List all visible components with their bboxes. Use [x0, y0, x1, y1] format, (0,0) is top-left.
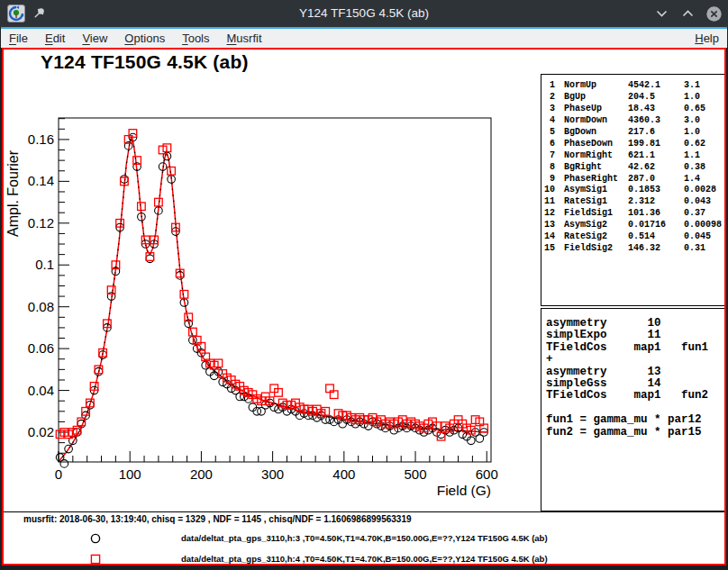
- legend-entry: data/deltat_pta_gps_3110,h:4 ,T0=4.50K,T…: [4, 553, 724, 565]
- menu-items-left: FileEditViewOptionsToolsMusrfit: [9, 32, 262, 45]
- legend-pad-divider: [4, 511, 724, 512]
- param-row: 13AsymSig20.017160.00098: [541, 220, 724, 231]
- close-icon: [705, 5, 723, 23]
- chevron-up-icon: [682, 10, 694, 17]
- fit-curve-overlay: [59, 138, 487, 462]
- svg-text:300: 300: [261, 466, 284, 482]
- theory-line: simplExpo 11: [546, 330, 724, 341]
- x-axis-title: Field (G): [437, 483, 491, 498]
- root-canvas[interactable]: Y124 TF150G 4.5K (ab) 010020030040050060…: [2, 48, 726, 565]
- chevron-down-icon: [656, 10, 668, 17]
- close-button[interactable]: [705, 5, 723, 23]
- svg-text:200: 200: [190, 466, 213, 482]
- legend-label: data/deltat_pta_gps_3110,h:4 ,T0=4.50K,T…: [181, 554, 548, 564]
- param-row: 11RateSig12.3120.043: [541, 196, 724, 208]
- theory-line: [546, 403, 724, 414]
- legend-label: data/deltat_pta_gps_3110,h:3 ,T0=4.50K,T…: [181, 533, 548, 543]
- application-window: Y124 TF150G 4.5K (ab) FileEditViewOp: [0, 0, 728, 570]
- series-square-markers: [56, 130, 487, 440]
- param-row: 14RateSig20.5140.045: [541, 231, 724, 243]
- svg-text:0.08: 0.08: [28, 299, 54, 314]
- theory-line: fun2 = gamma_mu * par15: [546, 427, 724, 439]
- fit-info-line: musrfit: 2018-06-30, 13:19:40, chisq = 1…: [23, 514, 412, 524]
- param-row: 2BgUp204.51.0: [541, 92, 724, 104]
- svg-text:0.16: 0.16: [28, 131, 54, 147]
- svg-text:100: 100: [119, 466, 141, 482]
- param-row: 5BgDown217.61.0: [541, 127, 724, 139]
- theory-line: asymmetry 13: [546, 366, 724, 378]
- menu-item-options[interactable]: Options: [124, 32, 165, 45]
- svg-text:0.14: 0.14: [28, 173, 54, 188]
- param-row: 3PhaseUp18.430.65: [541, 104, 724, 115]
- param-row: 6PhaseDown199.810.62: [541, 139, 724, 150]
- menu-item-view[interactable]: View: [82, 32, 107, 45]
- svg-text:0.12: 0.12: [28, 215, 54, 231]
- menu-item-edit[interactable]: Edit: [45, 32, 65, 45]
- param-row: 15FieldSig2146.320.31: [541, 243, 724, 255]
- theory-line: TFieldCos map1 fun2: [546, 390, 724, 402]
- param-row: 4NormDown4360.33.0: [541, 115, 724, 127]
- menu-item-file[interactable]: File: [9, 32, 28, 45]
- theory-line: TFieldCos map1 fun1: [546, 342, 724, 354]
- minimize-button[interactable]: [652, 5, 670, 23]
- param-row: 12FieldSig1101.360.37: [541, 208, 724, 220]
- param-row: 9PhaseRight287.01.4: [541, 174, 724, 185]
- app-icon: [7, 5, 25, 23]
- theory-function-box: asymmetry 10simplExpo 11TFieldCos map1 f…: [541, 308, 725, 511]
- param-row: 10AsymSig10.18530.0028: [541, 185, 724, 196]
- svg-text:0.06: 0.06: [28, 340, 54, 356]
- pin-icon[interactable]: [32, 6, 47, 21]
- theory-line: +: [546, 354, 724, 366]
- svg-text:0.1: 0.1: [35, 257, 54, 272]
- menu-item-tools[interactable]: Tools: [182, 32, 209, 45]
- param-row: 7NormRight621.11.1: [541, 150, 724, 162]
- fit-parameter-box: 1NormUp4542.13.12BgUp204.51.03PhaseUp18.…: [541, 74, 725, 306]
- svg-text:0.04: 0.04: [28, 383, 54, 398]
- square-marker-icon: [89, 553, 102, 565]
- svg-text:0: 0: [55, 466, 62, 482]
- theory-line: simpleGss 14: [546, 378, 724, 390]
- circle-marker-icon: [89, 532, 102, 545]
- menubar: FileEditViewOptionsToolsMusrfit Help: [1, 27, 727, 48]
- svg-text:400: 400: [332, 466, 355, 482]
- maximize-button[interactable]: [678, 5, 696, 23]
- legend-entry: data/deltat_pta_gps_3110,h:3 ,T0=4.50K,T…: [4, 532, 724, 545]
- y-axis-title: Ampl. Fourier: [5, 149, 21, 237]
- theory-line: asymmetry 10: [546, 318, 724, 330]
- menu-item-musrfit[interactable]: Musrfit: [227, 32, 262, 45]
- param-row: 8BgRight42.620.38: [541, 162, 724, 174]
- svg-text:0.02: 0.02: [28, 424, 54, 439]
- param-row: 1NormUp4542.13.1: [541, 80, 724, 92]
- titlebar[interactable]: Y124 TF150G 4.5K (ab): [0, 0, 728, 27]
- fit-curve: [59, 138, 487, 462]
- theory-line: fun1 = gamma_mu * par12: [546, 414, 724, 426]
- svg-text:500: 500: [405, 466, 427, 482]
- svg-text:600: 600: [476, 466, 498, 482]
- menu-item-help[interactable]: Help: [695, 32, 719, 45]
- window-title: Y124 TF150G 4.5K (ab): [0, 0, 728, 27]
